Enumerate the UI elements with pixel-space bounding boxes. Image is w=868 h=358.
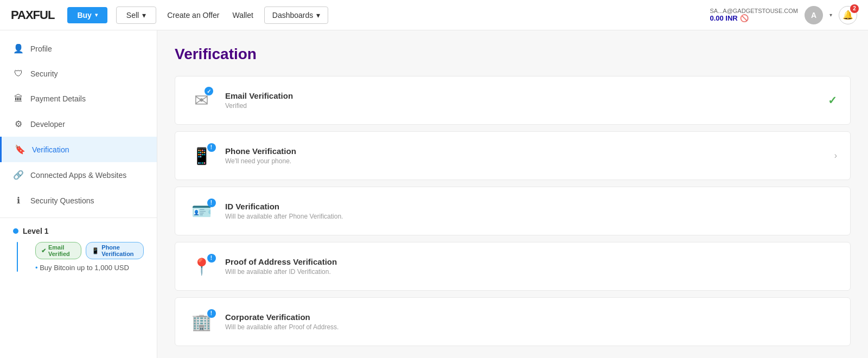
- sidebar-item-developer[interactable]: ⚙ Developer: [0, 111, 157, 137]
- email-card-text: Email Verification Verified: [225, 91, 817, 110]
- corporate-icon-wrap: 🏢 !: [188, 309, 214, 335]
- user-email: SA...A@GADGETSTOUSE.COM: [710, 8, 798, 14]
- id-card-text: ID Verification Will be available after …: [225, 202, 837, 220]
- corporate-card-subtitle: Will be available after Proof of Address…: [225, 323, 837, 331]
- address-exclaim-badge: !: [207, 254, 216, 263]
- payment-icon: 🏛: [13, 94, 24, 104]
- sidebar-item-profile-label: Profile: [30, 44, 52, 53]
- level-section: Level 1 ✔ Email Verified 📱 Phone Verific…: [0, 218, 157, 280]
- connected-icon: 🔗: [13, 170, 24, 180]
- main-layout: 👤 Profile 🛡 Security 🏛 Payment Details ⚙…: [0, 30, 868, 358]
- buy-label: Buy: [77, 11, 91, 20]
- badge-phone-label: Phone Verification: [101, 244, 138, 257]
- email-card-subtitle: Verified: [225, 102, 817, 110]
- phone-verification-card[interactable]: 📱 ! Phone Verification We'll need your p…: [175, 131, 851, 180]
- sidebar-item-payment[interactable]: 🏛 Payment Details: [0, 86, 157, 111]
- sidebar-item-security-questions[interactable]: ℹ Security Questions: [0, 188, 157, 213]
- address-card-text: Proof of Address Verification Will be av…: [225, 257, 837, 276]
- avatar[interactable]: A: [805, 6, 823, 24]
- dashboards-label: Dashboards: [272, 11, 314, 20]
- balance-eye-icon: 🚫: [740, 14, 749, 22]
- sidebar-item-security[interactable]: 🛡 Security: [0, 61, 157, 86]
- corporate-card-title: Corporate Verification: [225, 312, 837, 322]
- sidebar-item-payment-label: Payment Details: [30, 94, 86, 103]
- wallet-link[interactable]: Wallet: [230, 7, 255, 24]
- phone-icon-wrap: 📱 !: [188, 143, 214, 169]
- sidebar-item-profile[interactable]: 👤 Profile: [0, 36, 157, 61]
- security-questions-icon: ℹ: [13, 195, 24, 206]
- phone-badge[interactable]: 📱 Phone Verification: [86, 242, 144, 259]
- level-bullet: Buy Bitcoin up to 1,000 USD: [35, 264, 144, 272]
- phone-card-subtitle: We'll need your phone.: [225, 157, 824, 165]
- corporate-card-text: Corporate Verification Will be available…: [225, 312, 837, 331]
- sell-button[interactable]: Sell ▾: [116, 7, 156, 24]
- address-card-subtitle: Will be available after ID Verification.: [225, 268, 837, 276]
- buy-chevron-icon: ▾: [95, 12, 98, 18]
- email-card-title: Email Verification: [225, 91, 817, 100]
- sell-label: Sell: [126, 11, 139, 20]
- badges: ✔ Email Verified 📱 Phone Verification: [35, 242, 144, 259]
- logo: PAXFUL: [11, 8, 54, 22]
- user-balance: 0.00 INR 🚫: [710, 14, 798, 22]
- notifications-button[interactable]: 🔔 2: [839, 6, 857, 24]
- sidebar-item-developer-label: Developer: [30, 120, 65, 129]
- sidebar: 👤 Profile 🛡 Security 🏛 Payment Details ⚙…: [0, 30, 157, 358]
- phone-badge-icon: 📱: [92, 247, 99, 254]
- address-verification-card[interactable]: 📍 ! Proof of Address Verification Will b…: [175, 242, 851, 291]
- email-check-badge: ✓: [205, 87, 213, 95]
- developer-icon: ⚙: [13, 119, 24, 129]
- phone-exclaim-badge: !: [207, 143, 216, 152]
- profile-icon: 👤: [13, 43, 24, 54]
- avatar-dropdown-icon[interactable]: ▾: [829, 12, 832, 18]
- sidebar-item-connected-label: Connected Apps & Websites: [30, 171, 126, 180]
- dashboards-button[interactable]: Dashboards ▾: [264, 7, 329, 24]
- phone-card-arrow: ›: [834, 151, 837, 161]
- sidebar-item-verification-label: Verification: [32, 145, 69, 154]
- sell-chevron-icon: ▾: [142, 11, 146, 20]
- notification-badge: 2: [850, 4, 859, 13]
- sidebar-item-connected[interactable]: 🔗 Connected Apps & Websites: [0, 162, 157, 188]
- user-info: SA...A@GADGETSTOUSE.COM 0.00 INR 🚫: [710, 8, 798, 22]
- main-content: Verification ✉ ✓ Email Verification Veri…: [157, 30, 868, 358]
- email-verified-badge: ✔ Email Verified: [35, 242, 81, 259]
- header-right: SA...A@GADGETSTOUSE.COM 0.00 INR 🚫 A ▾ 🔔…: [710, 6, 857, 24]
- sidebar-item-verification[interactable]: 🔖 Verification: [0, 137, 157, 162]
- check-icon: ✔: [41, 247, 46, 254]
- id-verification-card[interactable]: 🪪 ! ID Verification Will be available af…: [175, 187, 851, 235]
- sidebar-item-security-label: Security: [30, 69, 58, 78]
- email-verification-card[interactable]: ✉ ✓ Email Verification Verified ✓: [175, 76, 851, 125]
- security-icon: 🛡: [13, 69, 24, 79]
- id-card-title: ID Verification: [225, 202, 837, 211]
- dashboards-chevron-icon: ▾: [316, 11, 320, 20]
- badge-email-label: Email Verified: [48, 244, 75, 257]
- sidebar-item-security-questions-label: Security Questions: [30, 196, 94, 205]
- level-bar: [17, 242, 18, 272]
- create-offer-link[interactable]: Create an Offer: [165, 7, 221, 24]
- id-exclaim-badge: !: [207, 199, 216, 207]
- level-header: Level 1: [13, 227, 144, 235]
- buy-button[interactable]: Buy ▾: [67, 7, 107, 23]
- id-icon-wrap: 🪪 !: [188, 198, 214, 224]
- level-label: Level 1: [23, 227, 48, 235]
- verification-icon: 🔖: [15, 144, 25, 155]
- email-icon-wrap: ✉ ✓: [188, 87, 214, 113]
- header: PAXFUL Buy ▾ Sell ▾ Create an Offer Wall…: [0, 0, 868, 30]
- email-verified-check: ✓: [828, 94, 837, 107]
- id-card-subtitle: Will be available after Phone Verificati…: [225, 213, 837, 220]
- corporate-exclaim-badge: !: [207, 309, 216, 318]
- address-icon-wrap: 📍 !: [188, 253, 214, 279]
- address-card-title: Proof of Address Verification: [225, 257, 837, 266]
- corporate-verification-card[interactable]: 🏢 ! Corporate Verification Will be avail…: [175, 297, 851, 346]
- phone-card-title: Phone Verification: [225, 146, 824, 156]
- phone-card-text: Phone Verification We'll need your phone…: [225, 146, 824, 165]
- level-dot: [13, 228, 18, 234]
- page-title: Verification: [175, 46, 851, 63]
